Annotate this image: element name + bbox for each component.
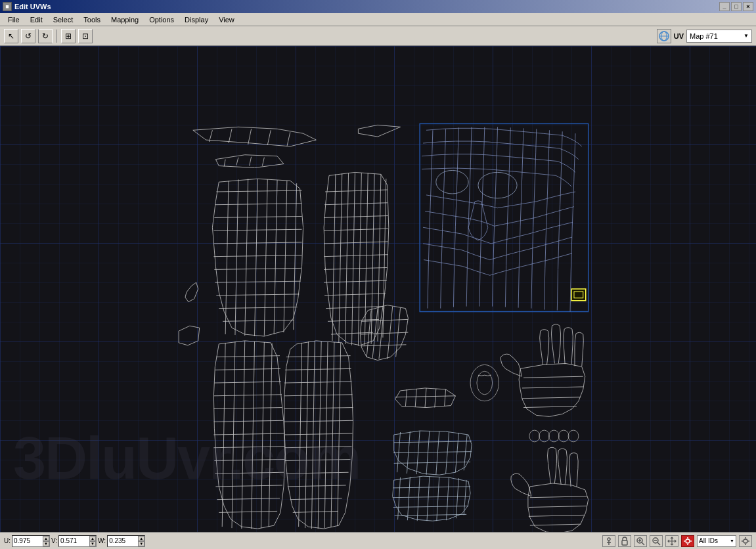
w-decrement-button[interactable]: ▼ [138,541,145,546]
undo-button[interactable]: ↺ [21,29,35,43]
menu-view[interactable]: View [213,14,240,25]
svg-line-37 [345,173,349,343]
svg-line-147 [530,496,587,498]
svg-line-20 [264,179,267,336]
svg-line-59 [252,341,255,529]
svg-line-82 [286,356,351,357]
svg-line-119 [397,432,401,472]
svg-line-133 [427,476,430,521]
svg-line-30 [214,268,301,269]
pin-button[interactable] [602,535,615,547]
maximize-button[interactable]: □ [731,2,742,11]
menu-select[interactable]: Select [48,14,79,25]
svg-line-86 [284,408,353,409]
svg-line-115 [523,376,583,378]
svg-line-139 [393,496,470,498]
svg-line-83 [285,368,351,370]
settings-button[interactable] [681,535,694,547]
svg-line-32 [216,294,299,296]
svg-line-10 [267,130,271,145]
svg-line-61 [269,343,272,527]
extra-settings-button[interactable] [739,535,752,547]
close-button[interactable]: × [743,2,753,11]
svg-line-110 [435,389,436,408]
svg-line-70 [214,459,284,460]
svg-point-144 [548,430,559,442]
svg-line-48 [324,242,388,244]
svg-rect-154 [622,540,627,545]
canvas-area[interactable]: 3DluUvr.com [0,46,756,532]
menu-edit[interactable]: Edit [25,14,48,25]
svg-line-131 [407,477,410,520]
svg-line-13 [236,158,238,165]
svg-line-98 [388,307,393,359]
svg-line-9 [248,129,252,144]
svg-line-33 [219,307,297,309]
svg-line-79 [324,342,328,528]
svg-line-18 [245,179,248,336]
pan-button[interactable] [665,535,678,547]
menu-mapping[interactable]: Mapping [106,14,144,25]
u-decrement-button[interactable]: ▼ [43,541,49,546]
svg-line-129 [394,462,470,463]
svg-line-80 [331,342,334,527]
minimize-button[interactable]: _ [719,2,730,11]
svg-line-24 [216,190,301,192]
menu-options[interactable]: Options [144,14,179,25]
svg-line-90 [285,459,351,460]
svg-line-15 [262,158,264,166]
svg-point-113 [470,364,499,401]
svg-line-87 [284,420,353,422]
toolbar-separator-1 [56,30,57,43]
w-increment-button[interactable]: ▲ [138,536,145,541]
app-icon: ■ [3,2,12,11]
svg-point-104 [478,172,517,198]
u-label: U: [4,537,11,544]
w-coordinate-field: W: 0.235 ▲ ▼ [98,535,145,547]
redo-button[interactable]: ↺ [38,29,53,43]
svg-line-93 [290,498,342,500]
svg-line-138 [393,487,470,488]
svg-line-35 [332,174,336,341]
svg-line-38 [352,173,355,345]
window-controls[interactable]: _ □ × [719,2,753,11]
svg-line-141 [395,514,467,516]
svg-line-140 [393,506,468,508]
mirror-button[interactable]: ⊡ [78,29,93,43]
uv-label: UV [674,32,684,40]
menu-display[interactable]: Display [179,14,213,25]
svg-line-46 [324,216,388,218]
lock-button[interactable] [618,535,631,547]
svg-line-135 [447,477,449,520]
svg-line-47 [324,229,388,231]
svg-line-27 [213,229,301,231]
zoom-in-button[interactable] [634,535,647,547]
u-increment-button[interactable]: ▲ [43,536,49,541]
svg-line-28 [213,242,301,244]
svg-line-44 [325,190,388,192]
v-increment-button[interactable]: ▲ [89,536,96,541]
zoom-out-button[interactable] [650,535,663,547]
all-ids-dropdown[interactable]: All IDs ▼ [697,535,736,547]
svg-line-108 [415,389,416,407]
svg-line-31 [215,281,300,282]
select-tool-button[interactable]: ↖ [4,29,18,43]
v-decrement-button[interactable]: ▼ [89,541,96,546]
svg-line-102 [361,345,406,346]
svg-line-77 [311,341,315,529]
svg-line-23 [294,183,297,330]
menu-tools[interactable]: Tools [78,14,106,25]
svg-line-160 [657,542,660,545]
svg-line-136 [456,478,458,518]
menu-file[interactable]: File [3,14,25,25]
svg-line-68 [213,433,284,435]
svg-line-16 [225,181,229,334]
uv-map-dropdown[interactable]: Map #71 ▼ [686,30,752,43]
svg-line-41 [371,173,374,343]
svg-line-125 [455,433,458,472]
svg-line-50 [324,267,388,269]
snap-button[interactable]: ⊞ [61,29,76,43]
uv-map-icon [657,29,671,43]
svg-line-71 [215,472,284,473]
u-value: 0.975 [12,537,43,544]
